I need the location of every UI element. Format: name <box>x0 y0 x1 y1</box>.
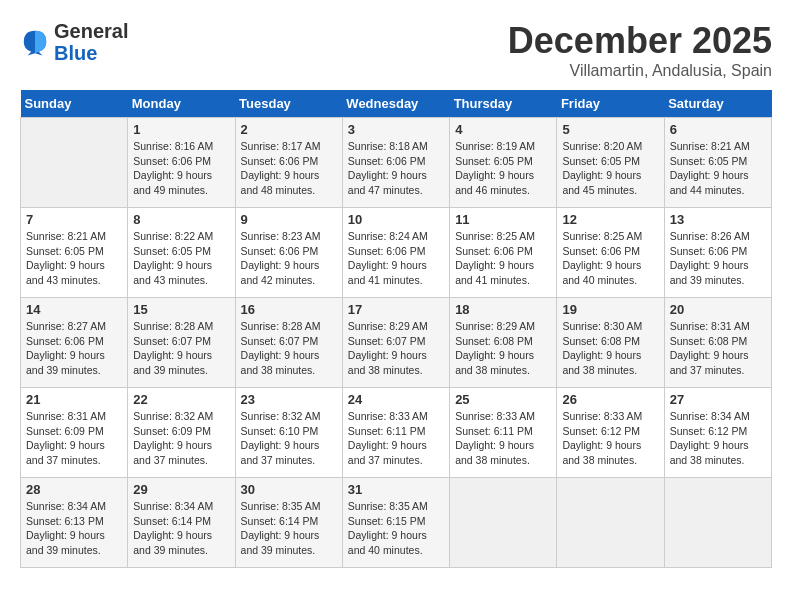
calendar-cell: 23Sunrise: 8:32 AMSunset: 6:10 PMDayligh… <box>235 388 342 478</box>
day-number: 12 <box>562 212 658 227</box>
day-number: 17 <box>348 302 444 317</box>
calendar-cell <box>450 478 557 568</box>
day-info: Sunrise: 8:29 AMSunset: 6:07 PMDaylight:… <box>348 319 444 378</box>
day-info: Sunrise: 8:21 AMSunset: 6:05 PMDaylight:… <box>670 139 766 198</box>
calendar-cell: 25Sunrise: 8:33 AMSunset: 6:11 PMDayligh… <box>450 388 557 478</box>
weekday-header: Saturday <box>664 90 771 118</box>
calendar-week-row: 14Sunrise: 8:27 AMSunset: 6:06 PMDayligh… <box>21 298 772 388</box>
day-number: 26 <box>562 392 658 407</box>
calendar-cell: 29Sunrise: 8:34 AMSunset: 6:14 PMDayligh… <box>128 478 235 568</box>
calendar-cell: 19Sunrise: 8:30 AMSunset: 6:08 PMDayligh… <box>557 298 664 388</box>
calendar-table: SundayMondayTuesdayWednesdayThursdayFrid… <box>20 90 772 568</box>
calendar-cell: 11Sunrise: 8:25 AMSunset: 6:06 PMDayligh… <box>450 208 557 298</box>
calendar-cell: 27Sunrise: 8:34 AMSunset: 6:12 PMDayligh… <box>664 388 771 478</box>
day-number: 4 <box>455 122 551 137</box>
calendar-week-row: 1Sunrise: 8:16 AMSunset: 6:06 PMDaylight… <box>21 118 772 208</box>
day-info: Sunrise: 8:28 AMSunset: 6:07 PMDaylight:… <box>133 319 229 378</box>
day-info: Sunrise: 8:34 AMSunset: 6:14 PMDaylight:… <box>133 499 229 558</box>
calendar-cell: 30Sunrise: 8:35 AMSunset: 6:14 PMDayligh… <box>235 478 342 568</box>
calendar-cell: 16Sunrise: 8:28 AMSunset: 6:07 PMDayligh… <box>235 298 342 388</box>
calendar-cell: 9Sunrise: 8:23 AMSunset: 6:06 PMDaylight… <box>235 208 342 298</box>
day-number: 21 <box>26 392 122 407</box>
calendar-cell: 14Sunrise: 8:27 AMSunset: 6:06 PMDayligh… <box>21 298 128 388</box>
day-info: Sunrise: 8:19 AMSunset: 6:05 PMDaylight:… <box>455 139 551 198</box>
page-header: General Blue December 2025 Villamartin, … <box>20 20 772 80</box>
day-number: 29 <box>133 482 229 497</box>
calendar-cell: 5Sunrise: 8:20 AMSunset: 6:05 PMDaylight… <box>557 118 664 208</box>
day-number: 24 <box>348 392 444 407</box>
day-info: Sunrise: 8:28 AMSunset: 6:07 PMDaylight:… <box>241 319 337 378</box>
weekday-header: Wednesday <box>342 90 449 118</box>
day-info: Sunrise: 8:29 AMSunset: 6:08 PMDaylight:… <box>455 319 551 378</box>
day-number: 3 <box>348 122 444 137</box>
day-number: 19 <box>562 302 658 317</box>
day-number: 31 <box>348 482 444 497</box>
calendar-cell: 2Sunrise: 8:17 AMSunset: 6:06 PMDaylight… <box>235 118 342 208</box>
day-number: 6 <box>670 122 766 137</box>
day-info: Sunrise: 8:34 AMSunset: 6:12 PMDaylight:… <box>670 409 766 468</box>
calendar-cell: 7Sunrise: 8:21 AMSunset: 6:05 PMDaylight… <box>21 208 128 298</box>
weekday-header: Monday <box>128 90 235 118</box>
calendar-header-row: SundayMondayTuesdayWednesdayThursdayFrid… <box>21 90 772 118</box>
calendar-week-row: 7Sunrise: 8:21 AMSunset: 6:05 PMDaylight… <box>21 208 772 298</box>
day-number: 15 <box>133 302 229 317</box>
day-info: Sunrise: 8:26 AMSunset: 6:06 PMDaylight:… <box>670 229 766 288</box>
calendar-cell: 26Sunrise: 8:33 AMSunset: 6:12 PMDayligh… <box>557 388 664 478</box>
day-info: Sunrise: 8:34 AMSunset: 6:13 PMDaylight:… <box>26 499 122 558</box>
day-info: Sunrise: 8:20 AMSunset: 6:05 PMDaylight:… <box>562 139 658 198</box>
calendar-cell: 12Sunrise: 8:25 AMSunset: 6:06 PMDayligh… <box>557 208 664 298</box>
day-number: 10 <box>348 212 444 227</box>
day-info: Sunrise: 8:32 AMSunset: 6:09 PMDaylight:… <box>133 409 229 468</box>
day-number: 30 <box>241 482 337 497</box>
day-info: Sunrise: 8:31 AMSunset: 6:08 PMDaylight:… <box>670 319 766 378</box>
calendar-cell: 6Sunrise: 8:21 AMSunset: 6:05 PMDaylight… <box>664 118 771 208</box>
calendar-cell: 31Sunrise: 8:35 AMSunset: 6:15 PMDayligh… <box>342 478 449 568</box>
day-info: Sunrise: 8:25 AMSunset: 6:06 PMDaylight:… <box>455 229 551 288</box>
weekday-header: Thursday <box>450 90 557 118</box>
day-info: Sunrise: 8:33 AMSunset: 6:12 PMDaylight:… <box>562 409 658 468</box>
calendar-cell: 4Sunrise: 8:19 AMSunset: 6:05 PMDaylight… <box>450 118 557 208</box>
logo-icon <box>20 27 50 57</box>
day-number: 23 <box>241 392 337 407</box>
day-info: Sunrise: 8:16 AMSunset: 6:06 PMDaylight:… <box>133 139 229 198</box>
day-number: 11 <box>455 212 551 227</box>
calendar-cell: 22Sunrise: 8:32 AMSunset: 6:09 PMDayligh… <box>128 388 235 478</box>
day-info: Sunrise: 8:30 AMSunset: 6:08 PMDaylight:… <box>562 319 658 378</box>
day-number: 9 <box>241 212 337 227</box>
calendar-cell: 18Sunrise: 8:29 AMSunset: 6:08 PMDayligh… <box>450 298 557 388</box>
weekday-header: Friday <box>557 90 664 118</box>
day-info: Sunrise: 8:31 AMSunset: 6:09 PMDaylight:… <box>26 409 122 468</box>
calendar-cell: 3Sunrise: 8:18 AMSunset: 6:06 PMDaylight… <box>342 118 449 208</box>
day-number: 2 <box>241 122 337 137</box>
location: Villamartin, Andalusia, Spain <box>508 62 772 80</box>
calendar-cell <box>21 118 128 208</box>
calendar-week-row: 21Sunrise: 8:31 AMSunset: 6:09 PMDayligh… <box>21 388 772 478</box>
day-info: Sunrise: 8:32 AMSunset: 6:10 PMDaylight:… <box>241 409 337 468</box>
day-number: 27 <box>670 392 766 407</box>
day-number: 18 <box>455 302 551 317</box>
calendar-cell: 8Sunrise: 8:22 AMSunset: 6:05 PMDaylight… <box>128 208 235 298</box>
day-number: 22 <box>133 392 229 407</box>
day-number: 25 <box>455 392 551 407</box>
day-info: Sunrise: 8:25 AMSunset: 6:06 PMDaylight:… <box>562 229 658 288</box>
day-info: Sunrise: 8:27 AMSunset: 6:06 PMDaylight:… <box>26 319 122 378</box>
calendar-cell: 17Sunrise: 8:29 AMSunset: 6:07 PMDayligh… <box>342 298 449 388</box>
day-number: 28 <box>26 482 122 497</box>
logo: General Blue <box>20 20 128 64</box>
day-number: 14 <box>26 302 122 317</box>
day-number: 7 <box>26 212 122 227</box>
day-number: 1 <box>133 122 229 137</box>
calendar-cell: 20Sunrise: 8:31 AMSunset: 6:08 PMDayligh… <box>664 298 771 388</box>
calendar-cell: 13Sunrise: 8:26 AMSunset: 6:06 PMDayligh… <box>664 208 771 298</box>
day-info: Sunrise: 8:35 AMSunset: 6:15 PMDaylight:… <box>348 499 444 558</box>
month-title: December 2025 <box>508 20 772 62</box>
calendar-cell: 1Sunrise: 8:16 AMSunset: 6:06 PMDaylight… <box>128 118 235 208</box>
calendar-cell <box>664 478 771 568</box>
day-info: Sunrise: 8:22 AMSunset: 6:05 PMDaylight:… <box>133 229 229 288</box>
title-block: December 2025 Villamartin, Andalusia, Sp… <box>508 20 772 80</box>
calendar-week-row: 28Sunrise: 8:34 AMSunset: 6:13 PMDayligh… <box>21 478 772 568</box>
day-number: 5 <box>562 122 658 137</box>
day-info: Sunrise: 8:17 AMSunset: 6:06 PMDaylight:… <box>241 139 337 198</box>
day-info: Sunrise: 8:33 AMSunset: 6:11 PMDaylight:… <box>348 409 444 468</box>
logo-text: General Blue <box>54 20 128 64</box>
